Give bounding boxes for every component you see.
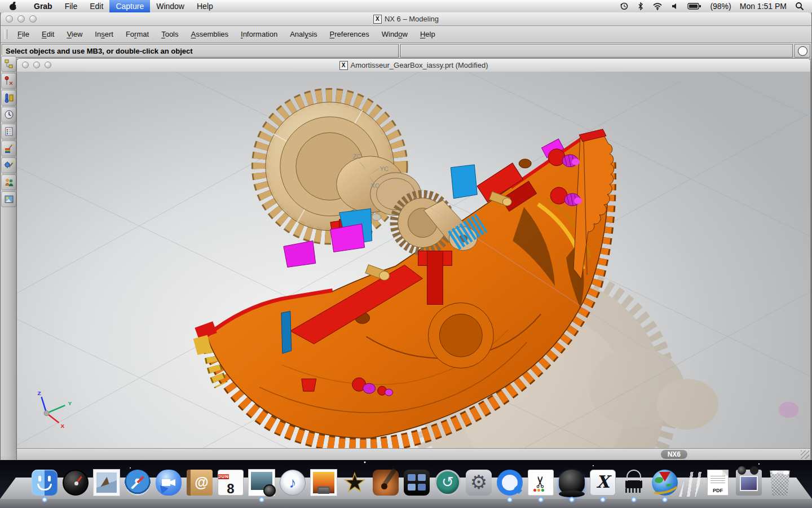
x11-doc-icon: X [339, 61, 348, 70]
dock-finder-icon[interactable] [30, 468, 59, 497]
dock-pdf-document-icon[interactable]: PDF [704, 468, 732, 497]
document-titlebar[interactable]: X Amortisseur_GearBox_iassy.prt (Modifie… [17, 59, 810, 72]
x11-app-icon: X [373, 15, 382, 24]
nx-window-title: X NX 6 – Modeling [373, 15, 439, 24]
roles-icon[interactable] [1, 174, 16, 190]
battery-icon[interactable] [687, 3, 701, 10]
menubar-clock[interactable]: Mon 1:51 PM [740, 2, 787, 11]
dock-separator [679, 472, 704, 497]
visual-effects-icon[interactable] [1, 141, 16, 156]
dock-timemachine-icon[interactable] [434, 468, 462, 497]
volume-icon[interactable] [671, 2, 679, 10]
menu-help[interactable]: Help [191, 0, 219, 12]
app-menu-grab[interactable]: Grab [28, 0, 59, 12]
history-icon[interactable] [1, 107, 16, 122]
image-capture-icon[interactable] [1, 191, 16, 207]
dock-spaces-icon[interactable] [403, 468, 431, 497]
menu-window[interactable]: Window [150, 0, 191, 12]
idle-circle-icon [798, 46, 807, 56]
doc-close-button[interactable] [22, 62, 29, 68]
svg-text:X: X [60, 423, 64, 429]
nx-menu-assemblies[interactable]: Assemblies [185, 26, 235, 42]
apple-menu-icon[interactable] [9, 2, 17, 11]
mechanical-wand-icon[interactable] [1, 157, 16, 173]
document-bottom-bar: NX6 [17, 448, 810, 460]
information-window-icon[interactable] [1, 124, 16, 139]
dock-addressbook-icon[interactable]: @ [186, 468, 214, 497]
time-machine-icon[interactable] [620, 2, 629, 11]
dock-shelf-front [0, 499, 812, 508]
minimize-button[interactable] [17, 15, 25, 23]
dock-garageband-icon[interactable] [372, 468, 400, 497]
wifi-icon[interactable] [652, 2, 663, 10]
svg-text:Y: Y [68, 400, 72, 406]
viewport-3d-model: ZC YC XC Z Y X [17, 72, 810, 448]
dock-chiptool-icon[interactable] [620, 468, 648, 497]
mac-menubar: Grab File Edit Capture Window Help (98% [0, 0, 812, 13]
document-window: X Amortisseur_GearBox_iassy.prt (Modifie… [16, 58, 811, 460]
menubar-grip[interactable] [5, 29, 7, 39]
nx-menu-format[interactable]: Format [120, 26, 155, 42]
nx-menu-information[interactable]: Information [235, 26, 284, 42]
zoom-button[interactable] [29, 15, 37, 23]
nx-menubar: File Edit View Insert Format Tools Assem… [1, 26, 811, 43]
dock-trash-icon[interactable] [766, 468, 794, 497]
nx-menu-view[interactable]: View [60, 26, 89, 42]
nx6-badge: NX6 [661, 450, 687, 459]
svg-text:ZC: ZC [353, 153, 361, 160]
constraint-navigator-icon[interactable] [1, 73, 16, 89]
progress-indicator [795, 44, 810, 58]
bluetooth-icon[interactable] [637, 2, 644, 11]
dock-ichat-icon[interactable] [155, 468, 183, 497]
nx-menu-tools[interactable]: Tools [155, 26, 184, 42]
dock-imovie-icon[interactable] [341, 468, 369, 497]
menu-edit[interactable]: Edit [83, 0, 109, 12]
nx-titlebar[interactable]: X NX 6 – Modeling [1, 12, 811, 26]
dock-quicktime-icon[interactable] [496, 468, 524, 497]
svg-text:YC: YC [380, 165, 389, 172]
svg-text:XC: XC [371, 182, 379, 189]
nx-window: X NX 6 – Modeling File Edit View Insert … [0, 12, 812, 460]
dock-mail-icon[interactable] [92, 468, 121, 497]
nx-menu-help[interactable]: Help [414, 26, 442, 42]
doc-zoom-button[interactable] [45, 62, 51, 68]
left-toolbar [1, 55, 16, 457]
nx-status-bar: Select objects and use MB3, or double-cl… [1, 43, 811, 59]
nx-menu-insert[interactable]: Insert [89, 26, 120, 42]
orientation-triad: Z Y X [38, 390, 72, 429]
resize-grip[interactable] [801, 450, 809, 459]
dock-grab-icon[interactable] [527, 468, 555, 497]
menu-capture[interactable]: Capture [109, 0, 150, 12]
doc-minimize-button[interactable] [33, 62, 40, 68]
nx-menu-edit[interactable]: Edit [36, 26, 60, 42]
close-button[interactable] [6, 15, 13, 23]
screen: Grab File Edit Capture Window Help (98% [0, 0, 812, 508]
dock-itunes-icon[interactable]: ♪ [279, 468, 307, 497]
visualization-icon[interactable] [1, 90, 16, 106]
nx-menu-file[interactable]: File [11, 26, 36, 42]
nx-menu-preferences[interactable]: Preferences [324, 26, 376, 42]
spotlight-icon[interactable] [795, 2, 804, 11]
svg-text:Z: Z [38, 390, 41, 396]
prompt-message: Select objects and use MB3, or double-cl… [2, 44, 399, 58]
desktop: @ JUN8 ♪ X PDF [0, 460, 812, 508]
graphics-viewport[interactable]: ZC YC XC Z Y X [17, 72, 810, 448]
dock-photobooth-icon[interactable] [248, 468, 276, 497]
dock-movie-file-icon[interactable] [735, 468, 763, 497]
document-title: X Amortisseur_GearBox_iassy.prt (Modifie… [339, 61, 488, 70]
dock-x11-icon[interactable]: X [589, 468, 617, 497]
dock-safari-icon[interactable] [123, 468, 152, 497]
assembly-navigator-icon[interactable] [1, 56, 16, 72]
battery-percent[interactable]: (98%) [710, 2, 731, 11]
nx-menu-analysis[interactable]: Analysis [284, 26, 323, 42]
dock: @ JUN8 ♪ X PDF [30, 468, 794, 497]
dock-3dconnexion-icon[interactable] [558, 468, 586, 497]
dock-ical-icon[interactable]: JUN8 [217, 468, 245, 497]
dock-downloader-icon[interactable] [651, 468, 679, 497]
menu-file[interactable]: File [59, 0, 84, 12]
dock-systempreferences-icon[interactable] [465, 468, 493, 497]
status-field [400, 44, 793, 58]
nx-menu-window[interactable]: Window [376, 26, 414, 42]
dock-iphoto-icon[interactable] [310, 468, 338, 497]
dock-dashboard-icon[interactable] [61, 468, 90, 497]
